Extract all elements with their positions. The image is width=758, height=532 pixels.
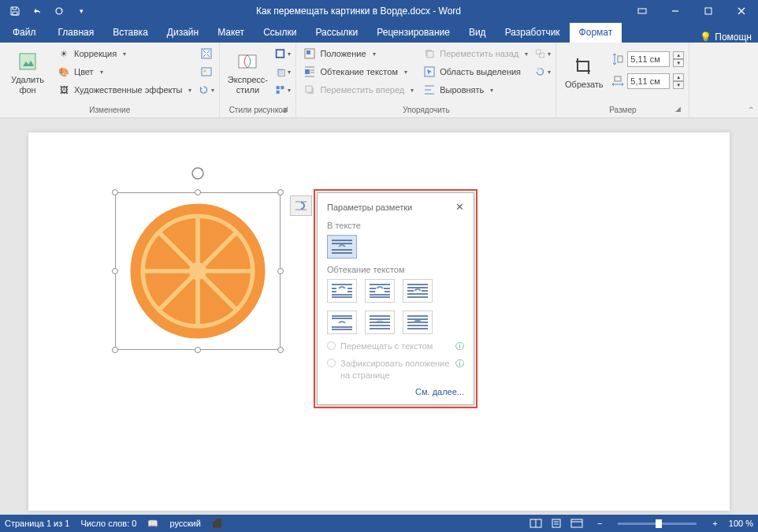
height-down[interactable]: ▼ bbox=[673, 59, 684, 67]
width-up[interactable]: ▲ bbox=[673, 73, 684, 81]
svg-rect-92 bbox=[552, 519, 560, 527]
wrap-square[interactable] bbox=[327, 279, 357, 303]
resize-handle-tl[interactable] bbox=[112, 189, 118, 195]
resize-handle-mr[interactable] bbox=[277, 268, 284, 274]
svg-rect-11 bbox=[277, 50, 284, 58]
tell-me-label[interactable]: Помощн bbox=[715, 32, 752, 43]
tab-mailings[interactable]: Рассылки bbox=[306, 23, 367, 43]
picture-styles-button[interactable]: Экспресс-стили bbox=[225, 46, 270, 99]
wrap-in-front[interactable] bbox=[403, 311, 433, 334]
status-page[interactable]: Страница 1 из 1 bbox=[5, 519, 69, 528]
resize-handle-br[interactable] bbox=[277, 347, 284, 353]
position-button[interactable]: Положение▾ bbox=[301, 46, 416, 61]
width-down[interactable]: ▼ bbox=[673, 81, 684, 89]
wrap-text-button[interactable]: Обтекание текстом▾ bbox=[301, 64, 416, 80]
svg-point-38 bbox=[192, 168, 203, 179]
tab-file[interactable]: Файл bbox=[0, 23, 49, 43]
status-bar: Страница 1 из 1 Число слов: 0 📖 русский … bbox=[0, 515, 758, 532]
compress-pictures-button[interactable] bbox=[199, 46, 214, 61]
status-language[interactable]: русский bbox=[169, 519, 200, 528]
macro-record-icon[interactable]: ⬛ bbox=[212, 519, 223, 529]
resize-handle-ml[interactable] bbox=[112, 268, 118, 274]
minimize-button[interactable] bbox=[659, 0, 692, 22]
resize-handle-bl[interactable] bbox=[112, 347, 118, 353]
customize-qat-button[interactable]: ▾ bbox=[71, 2, 91, 20]
size-dialog-launcher[interactable]: ◢ bbox=[673, 105, 682, 114]
width-value[interactable]: 5,11 см bbox=[627, 73, 670, 89]
styles-dialog-launcher[interactable]: ◢ bbox=[280, 105, 289, 114]
resize-handle-tr[interactable] bbox=[277, 189, 284, 195]
layout-options-button[interactable] bbox=[290, 195, 312, 216]
align-button[interactable]: Выровнять▾ bbox=[421, 82, 530, 98]
page[interactable]: Параметры разметки ✕ В тексте Обтекание … bbox=[28, 132, 730, 511]
save-button[interactable] bbox=[5, 2, 25, 20]
info-icon[interactable]: ⓘ bbox=[455, 358, 464, 369]
reset-picture-button[interactable]: ▾ bbox=[199, 82, 214, 98]
wrap-through[interactable] bbox=[403, 279, 433, 303]
picture-layout-button[interactable]: ▾ bbox=[275, 82, 291, 98]
remove-background-button[interactable]: Удалить фон bbox=[5, 46, 50, 99]
svg-rect-32 bbox=[537, 50, 541, 54]
status-words[interactable]: Число слов: 0 bbox=[80, 519, 136, 528]
wrap-behind[interactable] bbox=[365, 311, 395, 334]
resize-handle-tm[interactable] bbox=[195, 189, 201, 195]
zoom-level[interactable]: 100 % bbox=[729, 519, 753, 528]
wrap-section-label: Обтекание текстом bbox=[327, 265, 464, 274]
crop-button[interactable]: Обрезать bbox=[561, 46, 607, 99]
tab-references[interactable]: Ссылки bbox=[254, 23, 306, 43]
maximize-button[interactable] bbox=[692, 0, 725, 22]
corrections-button[interactable]: ☀Коррекция▾ bbox=[55, 46, 194, 61]
send-backward-button[interactable]: Переместить назад▾ bbox=[421, 46, 530, 61]
tab-layout[interactable]: Макет bbox=[208, 23, 254, 43]
tab-insert[interactable]: Вставка bbox=[103, 23, 158, 43]
rotate-handle[interactable] bbox=[190, 166, 206, 181]
tab-developer[interactable]: Разработчик bbox=[496, 23, 570, 43]
flyout-close-button[interactable]: ✕ bbox=[455, 201, 464, 213]
tab-format[interactable]: Формат bbox=[570, 23, 622, 43]
tab-view[interactable]: Вид bbox=[459, 23, 496, 43]
picture-effects-button[interactable]: ▾ bbox=[275, 64, 291, 80]
tab-design[interactable]: Дизайн bbox=[158, 23, 208, 43]
ribbon-display-button[interactable] bbox=[626, 0, 659, 22]
radio-icon bbox=[327, 341, 336, 350]
info-icon[interactable]: ⓘ bbox=[455, 340, 464, 352]
undo-button[interactable] bbox=[27, 2, 47, 20]
collapse-ribbon-button[interactable]: ⌃ bbox=[744, 43, 758, 117]
group-objects-button[interactable]: ▾ bbox=[535, 46, 551, 61]
wrap-tight[interactable] bbox=[365, 279, 395, 303]
see-more-link[interactable]: См. далее... bbox=[327, 387, 464, 396]
view-print-layout[interactable] bbox=[547, 516, 566, 530]
resize-handle-bm[interactable] bbox=[195, 347, 201, 353]
close-button[interactable] bbox=[725, 0, 758, 22]
color-button[interactable]: 🎨Цвет▾ bbox=[55, 64, 194, 80]
height-value[interactable]: 5,11 см bbox=[627, 51, 670, 67]
rotate-button[interactable]: ▾ bbox=[535, 64, 551, 80]
svg-rect-19 bbox=[305, 69, 310, 74]
zoom-thumb[interactable] bbox=[656, 519, 662, 528]
spellcheck-icon[interactable]: 📖 bbox=[147, 519, 158, 529]
height-up[interactable]: ▲ bbox=[673, 51, 684, 59]
picture-border-button[interactable]: ▾ bbox=[275, 46, 291, 61]
width-input[interactable]: 5,11 см ▲▼ bbox=[611, 73, 684, 90]
view-web-layout[interactable] bbox=[567, 516, 586, 530]
redo-button[interactable] bbox=[49, 2, 69, 20]
fix-position-label: Зафиксировать положение на странице bbox=[340, 358, 451, 381]
change-picture-button[interactable] bbox=[199, 64, 214, 80]
bring-forward-button[interactable]: Переместить вперед▾ bbox=[301, 82, 416, 98]
selection-pane-button[interactable]: Область выделения bbox=[421, 64, 530, 80]
radio-move-with-text: Перемещать с текстом ⓘ bbox=[327, 340, 464, 352]
wrap-top-bottom[interactable] bbox=[327, 311, 357, 334]
tab-home[interactable]: Главная bbox=[49, 23, 104, 43]
quick-access-toolbar: ▾ bbox=[0, 2, 91, 20]
tab-review[interactable]: Рецензирование bbox=[367, 23, 459, 43]
flyout-title: Параметры разметки bbox=[327, 203, 412, 212]
view-read-mode[interactable] bbox=[526, 516, 545, 530]
svg-rect-6 bbox=[20, 54, 35, 69]
artistic-effects-button[interactable]: 🖼Художественные эффекты▾ bbox=[55, 82, 194, 98]
selected-image[interactable] bbox=[115, 192, 281, 350]
zoom-out-button[interactable]: − bbox=[597, 519, 602, 528]
zoom-slider[interactable] bbox=[618, 523, 697, 525]
zoom-in-button[interactable]: + bbox=[712, 519, 717, 528]
height-input[interactable]: 5,11 см ▲▼ bbox=[611, 50, 684, 68]
wrap-inline[interactable] bbox=[327, 235, 357, 259]
